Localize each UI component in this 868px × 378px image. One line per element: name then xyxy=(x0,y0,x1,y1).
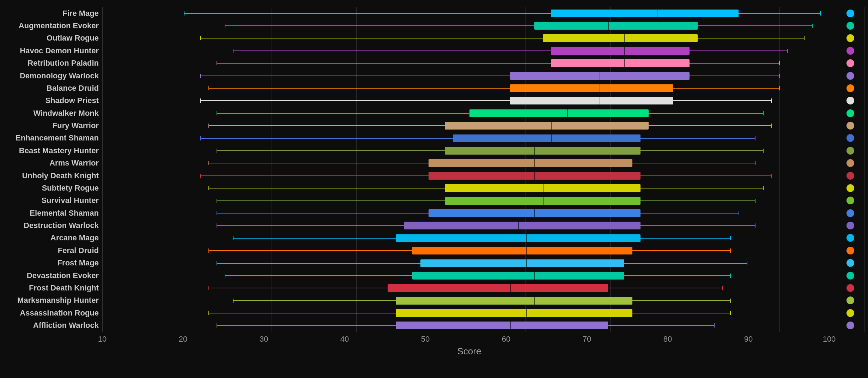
bar-row xyxy=(102,57,836,70)
whisker-left-tick xyxy=(208,311,209,315)
whisker-left xyxy=(233,238,396,239)
spec-dot xyxy=(846,134,854,142)
y-label: Assassination Rogue xyxy=(4,309,99,317)
box-plot xyxy=(534,22,697,30)
whisker-left xyxy=(217,200,445,201)
spec-dot xyxy=(846,109,854,117)
whisker-left-tick xyxy=(217,149,217,153)
whisker-left xyxy=(208,163,429,163)
whisker-right-tick xyxy=(771,174,772,178)
spec-dot xyxy=(846,272,854,280)
chart-area: Fire MageAugmentation EvokerOutlaw Rogue… xyxy=(4,7,864,332)
bar-row xyxy=(102,194,836,207)
whisker-left-tick xyxy=(233,299,233,303)
box-plot xyxy=(445,197,641,205)
median-line xyxy=(551,122,552,130)
whisker-right-tick xyxy=(779,61,780,65)
plot-area xyxy=(102,7,864,332)
median-line xyxy=(624,59,625,67)
whisker-right xyxy=(673,88,779,89)
median-line xyxy=(534,159,535,167)
whisker-right xyxy=(632,313,730,313)
bars-container xyxy=(102,7,836,332)
grid-and-bars xyxy=(102,7,864,332)
spec-dot xyxy=(846,159,854,167)
whisker-right xyxy=(690,76,779,76)
x-label: 90 xyxy=(741,335,755,344)
whisker-left-tick xyxy=(208,286,209,290)
whisker-left-tick xyxy=(200,74,201,78)
whisker-left xyxy=(225,275,412,276)
whisker-left xyxy=(184,13,551,14)
spec-dot xyxy=(846,209,854,217)
spec-dot xyxy=(846,147,854,155)
whisker-right-tick xyxy=(820,11,821,16)
median-line xyxy=(600,97,600,104)
spec-dot xyxy=(846,47,854,55)
y-label: Enhancement Shaman xyxy=(4,134,99,142)
bar-row xyxy=(102,207,836,219)
whisker-right xyxy=(608,288,722,288)
median-line xyxy=(543,197,544,205)
whisker-right xyxy=(641,238,730,239)
bar-row xyxy=(102,70,836,82)
whisker-left xyxy=(208,88,510,89)
x-label: 80 xyxy=(661,335,675,344)
whisker-left-tick xyxy=(217,261,217,265)
median-line xyxy=(600,72,600,80)
y-label: Beast Mastery Hunter xyxy=(4,147,99,155)
spec-dot xyxy=(846,259,854,267)
median-line xyxy=(567,109,568,117)
whisker-left-tick xyxy=(233,49,233,53)
whisker-left-tick xyxy=(217,111,217,115)
whisker-right xyxy=(690,50,787,51)
box-plot xyxy=(396,309,632,317)
box-plot xyxy=(510,84,673,92)
spec-dot xyxy=(846,197,854,204)
whisker-right xyxy=(649,125,771,126)
whisker-left xyxy=(208,313,396,313)
y-label: Outlaw Rogue xyxy=(4,34,99,42)
whisker-right-tick xyxy=(763,111,764,115)
bar-row xyxy=(102,294,836,307)
box-plot xyxy=(429,209,641,217)
whisker-left xyxy=(208,288,388,288)
chart-container: Fire MageAugmentation EvokerOutlaw Rogue… xyxy=(0,0,868,378)
whisker-right xyxy=(698,38,804,38)
spec-dot xyxy=(846,84,854,92)
box-plot xyxy=(453,134,641,142)
bar-row xyxy=(102,44,836,57)
whisker-right-tick xyxy=(812,24,813,28)
whisker-right-tick xyxy=(787,49,788,53)
whisker-right-tick xyxy=(730,311,731,315)
whisker-left-tick xyxy=(217,323,217,328)
whisker-left xyxy=(200,138,453,139)
whisker-right-tick xyxy=(804,36,805,40)
box-plot xyxy=(551,47,690,55)
median-line xyxy=(534,147,535,155)
whisker-left-tick xyxy=(200,98,201,103)
whisker-right-tick xyxy=(771,124,772,128)
spec-dot xyxy=(846,97,854,104)
bar-row xyxy=(102,269,836,282)
median-line xyxy=(600,84,600,92)
whisker-right xyxy=(641,138,755,139)
y-label: Unholy Death Knight xyxy=(4,172,99,180)
median-line xyxy=(510,322,511,329)
whisker-left-tick xyxy=(225,274,225,278)
bar-row xyxy=(102,120,836,132)
box-plot xyxy=(429,159,632,167)
x-label: 40 xyxy=(338,335,352,344)
whisker-right-tick xyxy=(779,86,780,90)
whisker-left xyxy=(233,300,396,301)
spec-dot xyxy=(846,122,854,130)
y-label: Windwalker Monk xyxy=(4,109,99,117)
spec-dot xyxy=(846,309,854,317)
spec-dot xyxy=(846,184,854,192)
whisker-right xyxy=(641,225,755,226)
y-label: Affliction Warlock xyxy=(4,322,99,329)
box-plot xyxy=(412,247,632,254)
box-plot xyxy=(551,59,690,67)
whisker-left xyxy=(208,125,445,126)
bar-row xyxy=(102,257,836,269)
